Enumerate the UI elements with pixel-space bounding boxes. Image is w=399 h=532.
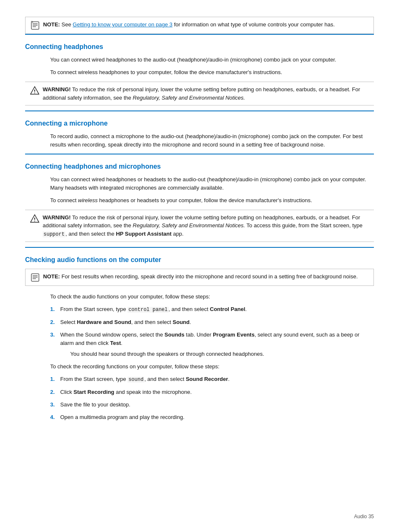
list-item-2: 2. Select Hardware and Sound, and then s… <box>50 318 374 326</box>
list2-content-2: Click Start Recording and speak into the… <box>60 388 374 396</box>
list2-num-1: 1. <box>50 375 58 384</box>
program-events-bold: Program Events <box>213 332 255 338</box>
list1-item2-end: . <box>189 319 191 325</box>
list2-item-4: 4. Open a multimedia program and play th… <box>50 413 374 421</box>
svg-rect-13 <box>33 278 36 279</box>
top-note-content: NOTE: See Getting to know your computer … <box>43 21 368 29</box>
list-num-3: 3. <box>50 331 58 358</box>
checking-audio-intro1: To check the audio functions on your com… <box>50 293 374 301</box>
headphones-microphones-warning: WARNING! To reduce the risk of personal … <box>25 210 374 242</box>
list2-item1-after: , and then select <box>144 376 186 382</box>
list-content-1: From the Start screen, type control pane… <box>60 305 374 314</box>
checking-audio-list2: 1. From the Start screen, type sound, an… <box>50 375 374 421</box>
svg-rect-11 <box>33 275 38 276</box>
list1-item3-before: When the Sound window opens, select the <box>60 332 164 338</box>
list2-num-2: 2. <box>50 388 58 396</box>
svg-rect-1 <box>33 23 38 24</box>
list1-item3-mid1: tab. Under <box>184 332 213 338</box>
list2-content-3: Save the file to your desktop. <box>60 401 374 409</box>
list1-item3-end: . <box>121 340 123 346</box>
list2-item-2: 2. Click Start Recording and speak into … <box>50 388 374 396</box>
top-note-link[interactable]: Getting to know your computer on page 3 <box>73 21 172 28</box>
list2-item-1: 1. From the Start screen, type sound, an… <box>50 375 374 384</box>
headphones-microphones-warning-italic: Regulatory, Safety and Environmental Not… <box>133 222 245 229</box>
divider-3 <box>25 247 374 248</box>
checking-audio-note-content: NOTE: For best results when recording, s… <box>43 272 368 281</box>
list2-content-4: Open a multimedia program and play the r… <box>60 413 374 421</box>
list2-num-4: 4. <box>50 413 58 421</box>
heading-connecting-headphones-microphones: Connecting headphones and microphones <box>25 163 374 170</box>
microphone-para-1: To record audio, connect a microphone to… <box>50 132 374 149</box>
svg-rect-2 <box>33 25 38 26</box>
list-content-3: When the Sound window opens, select the … <box>60 331 374 358</box>
warning-icon-2 <box>30 214 39 223</box>
wireless-italic: wireless <box>78 197 98 203</box>
top-note-text-before-link: See <box>61 21 73 28</box>
headphones-warning-italic: Regulatory, Safety and Environmental Not… <box>133 95 245 101</box>
list2-item1-before: From the Start screen, type <box>60 376 128 382</box>
sound-recorder-bold: Sound Recorder <box>186 376 228 382</box>
heading-checking-audio: Checking audio functions on the computer <box>25 256 374 264</box>
top-note-text-after-link: for information on what type of volume c… <box>172 21 335 28</box>
test-bold: Test <box>110 340 121 346</box>
heading-connecting-headphones: Connecting headphones <box>25 43 374 51</box>
footer-page: 35 <box>368 514 374 519</box>
hardware-sound-bold: Hardware and Sound <box>77 319 131 325</box>
checking-audio-note: NOTE: For best results when recording, s… <box>25 269 374 286</box>
headphones-microphones-warning-label: WARNING! <box>43 214 71 221</box>
list1-item3-sub: You should hear sound through the speake… <box>70 350 374 358</box>
list2-num-3: 3. <box>50 401 58 409</box>
checking-audio-note-label: NOTE: <box>43 273 60 280</box>
list1-item2-before: Select <box>60 319 77 325</box>
headphones-microphones-warning-content: WARNING! To reduce the risk of personal … <box>43 213 369 238</box>
hp-support-assistant-bold: HP Support Assistant <box>116 231 171 237</box>
sound-code: sound <box>128 377 144 383</box>
list1-item1-end: . <box>245 306 247 312</box>
checking-audio-note-text: For best results when recording, speak d… <box>61 273 358 280</box>
svg-point-9 <box>34 221 35 221</box>
sound-bold: Sound <box>173 319 189 325</box>
control-panel-code: control panel <box>128 307 169 313</box>
list-item-1: 1. From the Start screen, type control p… <box>50 305 374 314</box>
headphones-warning-content: WARNING! To reduce the risk of personal … <box>43 85 369 102</box>
headphones-microphones-warning-after: To access this guide, from the Start scr… <box>245 222 363 229</box>
support-code: support <box>43 231 65 237</box>
page-footer: Audio 35 <box>354 514 374 519</box>
list-content-2: Select Hardware and Sound, and then sele… <box>60 318 374 326</box>
list1-item1-text-after: , and then select <box>169 306 210 312</box>
warning-icon-1 <box>30 86 39 95</box>
note-icon <box>31 21 40 30</box>
divider-1 <box>25 111 374 111</box>
headphones-warning-label: WARNING! <box>43 86 71 93</box>
headphones-microphones-para-1: You can connect wired headphones or head… <box>50 175 374 192</box>
svg-rect-12 <box>33 277 38 278</box>
svg-rect-3 <box>33 26 36 27</box>
checking-audio-list1: 1. From the Start screen, type control p… <box>50 305 374 358</box>
heading-connecting-microphone: Connecting a microphone <box>25 120 374 127</box>
top-divider <box>25 34 374 35</box>
checking-audio-intro2: To check the recording functions on your… <box>50 362 374 371</box>
headphones-warning: WARNING! To reduce the risk of personal … <box>25 82 374 105</box>
list1-item1-text-before: From the Start screen, type <box>60 306 128 312</box>
top-note-label: NOTE: <box>43 21 60 28</box>
section-connecting-microphone: Connecting a microphone To record audio,… <box>25 120 374 149</box>
footer-label: Audio <box>354 514 367 519</box>
list-item-3: 3. When the Sound window opens, select t… <box>50 331 374 358</box>
list2-item1-end: . <box>228 376 230 382</box>
list2-item-3: 3. Save the file to your desktop. <box>50 401 374 409</box>
note-icon-2 <box>31 273 40 282</box>
headphones-microphones-warning-final: app. <box>171 231 184 237</box>
headphones-para-2: To connect wireless headphones to your c… <box>50 68 374 77</box>
top-note-box: NOTE: See Getting to know your computer … <box>25 17 374 34</box>
sounds-bold: Sounds <box>164 332 184 338</box>
start-recording-bold: Start Recording <box>74 389 115 395</box>
list2-item2-before: Click <box>60 389 74 395</box>
section-connecting-headphones-microphones: Connecting headphones and microphones Yo… <box>25 163 374 242</box>
svg-point-6 <box>34 93 35 93</box>
list1-item2-mid: , and then select <box>131 319 173 325</box>
list2-item2-end: and speak into the microphone. <box>114 389 192 395</box>
section-checking-audio: Checking audio functions on the computer… <box>25 256 374 421</box>
section-connecting-headphones: Connecting headphones You can connect wi… <box>25 43 374 105</box>
headphones-microphones-warning-final-before-bold: , and then select the <box>65 231 116 237</box>
headphones-microphones-para-2: To connect wireless headphones or headse… <box>50 196 374 205</box>
